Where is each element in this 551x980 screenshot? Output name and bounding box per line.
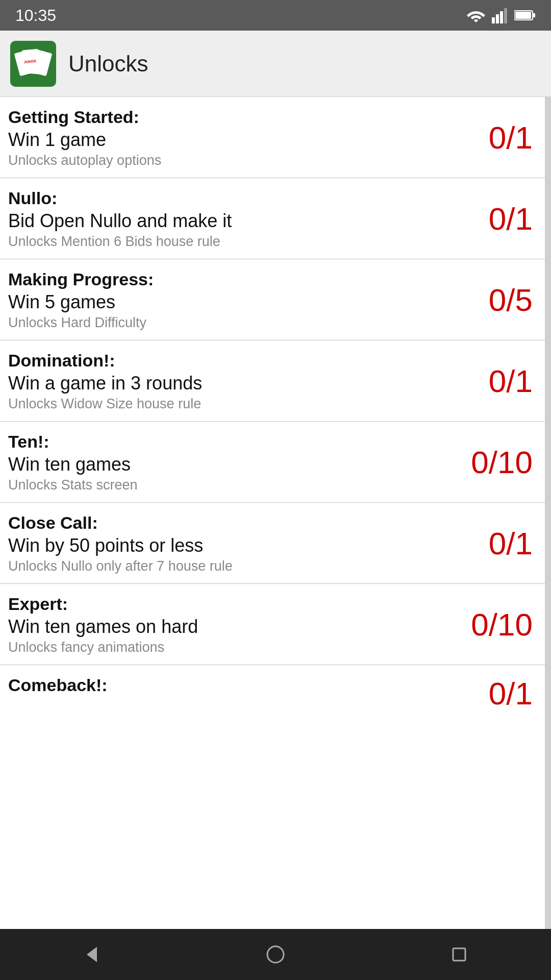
- unlock-section-close-call: Close Call: Win by 50 points or less Unl…: [0, 503, 545, 584]
- progress-close-call: 0/1: [489, 526, 533, 561]
- progress-nullo: 0/1: [489, 202, 533, 236]
- svg-point-14: [267, 946, 284, 963]
- desc-getting-started: Unlocks autoplay options: [8, 153, 481, 168]
- task-making-progress: Win 5 games: [8, 291, 481, 313]
- recents-button[interactable]: [439, 934, 480, 975]
- unlock-section-expert: Expert: Win ten games on hard Unlocks fa…: [0, 584, 545, 665]
- task-getting-started: Win 1 game: [8, 129, 481, 151]
- app-title: Unlocks: [68, 51, 148, 77]
- desc-close-call: Unlocks Nullo only after 7 house rule: [8, 558, 481, 574]
- progress-domination: 0/1: [489, 364, 533, 399]
- unlock-left-expert: Expert: Win ten games on hard Unlocks fa…: [8, 594, 463, 655]
- task-nullo: Bid Open Nullo and make it: [8, 210, 481, 232]
- wifi-icon: [466, 8, 486, 22]
- progress-making-progress: 0/5: [489, 283, 533, 317]
- unlock-left-comeback: Comeback!:: [8, 675, 489, 697]
- progress-getting-started: 0/1: [489, 120, 533, 155]
- back-button[interactable]: [71, 934, 112, 975]
- desc-domination: Unlocks Widow Size house rule: [8, 396, 481, 412]
- desc-nullo: Unlocks Mention 6 Bids house rule: [8, 234, 481, 250]
- unlock-section-comeback: Comeback!: 0/1: [0, 665, 545, 706]
- svg-rect-1: [496, 14, 499, 23]
- unlock-section-making-progress: Making Progress: Win 5 games Unlocks Har…: [0, 259, 545, 340]
- task-domination: Win a game in 3 rounds: [8, 373, 481, 394]
- home-icon: [266, 945, 285, 964]
- desc-ten: Unlocks Stats screen: [8, 477, 463, 493]
- progress-expert: 0/10: [471, 607, 533, 642]
- category-domination: Domination!:: [8, 351, 481, 371]
- category-nullo: Nullo:: [8, 188, 481, 208]
- home-button[interactable]: [255, 934, 296, 975]
- recents-icon: [450, 945, 468, 964]
- category-close-call: Close Call:: [8, 513, 481, 533]
- status-bar: 10:35: [0, 0, 551, 31]
- unlock-section-nullo: Nullo: Bid Open Nullo and make it Unlock…: [0, 178, 545, 259]
- unlock-section-ten: Ten!: Win ten games Unlocks Stats screen…: [0, 422, 545, 503]
- svg-rect-5: [533, 13, 535, 17]
- svg-rect-0: [492, 17, 495, 23]
- svg-rect-6: [515, 12, 531, 19]
- app-icon: JOKER: [10, 41, 56, 87]
- svg-marker-13: [87, 947, 97, 962]
- unlock-left-making-progress: Making Progress: Win 5 games Unlocks Har…: [8, 270, 481, 331]
- category-comeback: Comeback!:: [8, 675, 489, 695]
- category-ten: Ten!:: [8, 432, 463, 452]
- task-ten: Win ten games: [8, 454, 463, 475]
- back-icon: [82, 944, 102, 965]
- signal-icon: [492, 7, 508, 23]
- unlock-left-close-call: Close Call: Win by 50 points or less Unl…: [8, 513, 481, 574]
- category-getting-started: Getting Started:: [8, 107, 481, 127]
- progress-comeback: 0/1: [489, 675, 533, 706]
- unlock-left-getting-started: Getting Started: Win 1 game Unlocks auto…: [8, 107, 481, 168]
- content-area: Getting Started: Win 1 game Unlocks auto…: [0, 97, 545, 929]
- category-expert: Expert:: [8, 594, 463, 614]
- svg-rect-2: [500, 11, 503, 23]
- task-close-call: Win by 50 points or less: [8, 535, 481, 556]
- unlock-left-ten: Ten!: Win ten games Unlocks Stats screen: [8, 432, 463, 493]
- svg-rect-15: [453, 948, 465, 961]
- app-bar: JOKER Unlocks: [0, 31, 551, 97]
- unlock-section-getting-started: Getting Started: Win 1 game Unlocks auto…: [0, 97, 545, 178]
- desc-making-progress: Unlocks Hard Difficulty: [8, 315, 481, 331]
- scrollbar[interactable]: [545, 97, 551, 929]
- unlock-left-nullo: Nullo: Bid Open Nullo and make it Unlock…: [8, 188, 481, 250]
- category-making-progress: Making Progress:: [8, 270, 481, 289]
- task-expert: Win ten games on hard: [8, 616, 463, 638]
- unlock-section-domination: Domination!: Win a game in 3 rounds Unlo…: [0, 340, 545, 422]
- unlock-left-domination: Domination!: Win a game in 3 rounds Unlo…: [8, 351, 481, 412]
- status-icons: [466, 7, 536, 23]
- battery-icon: [514, 9, 536, 21]
- progress-ten: 0/10: [471, 445, 533, 480]
- bottom-nav: [0, 929, 551, 980]
- status-time: 10:35: [15, 6, 56, 25]
- desc-expert: Unlocks fancy animations: [8, 640, 463, 655]
- svg-rect-3: [504, 8, 507, 23]
- card-icon: JOKER: [13, 43, 54, 84]
